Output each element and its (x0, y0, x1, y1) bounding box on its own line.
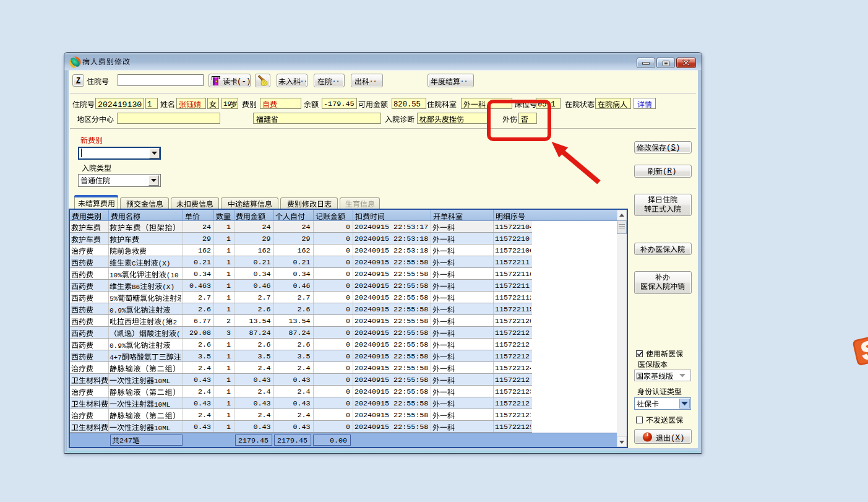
svg-text:4+7: 4+7 (110, 354, 122, 361)
svg-text:0.9%: 0.9% (110, 307, 126, 314)
svg-text:(X): (X) (162, 283, 174, 291)
svg-text:10ML: 10ML (154, 401, 170, 409)
svg-text:(10: (10 (166, 272, 179, 279)
svg-text:(X): (X) (158, 260, 171, 267)
svg-text:B6: B6 (132, 283, 140, 291)
svg-text:(: ( (161, 319, 166, 326)
svg-text:0.9%: 0.9% (110, 342, 126, 350)
svg-text:5%: 5% (110, 295, 118, 303)
svg-text:10ML: 10ML (154, 425, 170, 432)
svg-text:10%: 10% (110, 272, 122, 279)
svg-text:2: 2 (173, 319, 178, 326)
svg-text:(: ( (176, 331, 181, 338)
svg-text:10ML: 10ML (154, 378, 170, 385)
svg-text:C: C (132, 260, 136, 267)
